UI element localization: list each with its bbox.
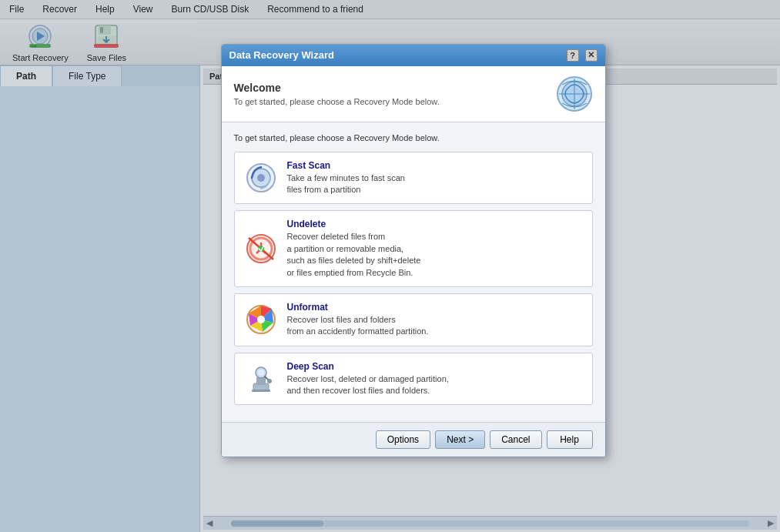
svg-point-25 [258, 370, 264, 376]
undelete-text: Undelete Recover deleted files froma par… [287, 219, 421, 279]
dialog-close-btn[interactable]: ✕ [585, 49, 598, 62]
deep-scan-name: Deep Scan [287, 361, 449, 372]
modal-overlay: Data Recovery Wizard ? ✕ Welcome To get … [0, 0, 780, 532]
wizard-icon [556, 75, 593, 112]
svg-rect-28 [252, 390, 270, 392]
unformat-text: Unformat Recover lost files and foldersf… [287, 302, 429, 338]
welcome-description: To get started, please choose a Recovery… [234, 97, 440, 106]
svg-point-27 [267, 379, 272, 383]
deep-scan-icon [244, 362, 278, 396]
fast-scan-text: Fast Scan Take a few minutes to fast sca… [287, 160, 405, 196]
mode-fast-scan[interactable]: Fast Scan Take a few minutes to fast sca… [234, 152, 593, 205]
dialog-footer: Options Next > Cancel Help [222, 422, 605, 457]
unformat-desc: Recover lost files and foldersfrom an ac… [287, 314, 429, 338]
welcome-heading: Welcome [234, 82, 440, 94]
deep-scan-text: Deep Scan Recover lost, deleted or damag… [287, 361, 449, 397]
svg-point-21 [257, 316, 265, 323]
dialog-titlebar: Data Recovery Wizard ? ✕ [222, 45, 605, 66]
next-button[interactable]: Next > [435, 430, 485, 449]
dialog-title: Data Recovery Wizard [229, 49, 334, 61]
undelete-desc: Recover deleted files froma partition or… [287, 231, 421, 279]
deep-scan-desc: Recover lost, deleted or damaged partiti… [287, 373, 449, 397]
options-button[interactable]: Options [376, 430, 430, 449]
mode-deep-scan[interactable]: Deep Scan Recover lost, deleted or damag… [234, 353, 593, 406]
mode-unformat[interactable]: Unformat Recover lost files and foldersf… [234, 293, 593, 346]
title-controls: ? ✕ [567, 49, 598, 62]
mode-undelete[interactable]: Undelete Recover deleted files froma par… [234, 210, 593, 287]
unformat-name: Unformat [287, 302, 429, 313]
unformat-icon [244, 303, 278, 336]
dialog-welcome: Welcome To get started, please choose a … [222, 66, 605, 122]
dialog: Data Recovery Wizard ? ✕ Welcome To get … [221, 44, 606, 458]
help-button[interactable]: Help [547, 430, 593, 449]
dialog-help-btn[interactable]: ? [567, 49, 579, 62]
undelete-icon [244, 232, 278, 266]
fast-scan-icon [244, 161, 278, 195]
cancel-button[interactable]: Cancel [490, 430, 541, 449]
dialog-instruction: To get started, please choose a Recovery… [234, 133, 593, 142]
dialog-body: To get started, please choose a Recovery… [222, 122, 605, 423]
svg-point-16 [257, 174, 265, 182]
undelete-name: Undelete [287, 219, 421, 229]
fast-scan-desc: Take a few minutes to fast scanfiles fro… [287, 172, 405, 196]
fast-scan-name: Fast Scan [287, 160, 405, 171]
welcome-text: Welcome To get started, please choose a … [234, 82, 440, 106]
